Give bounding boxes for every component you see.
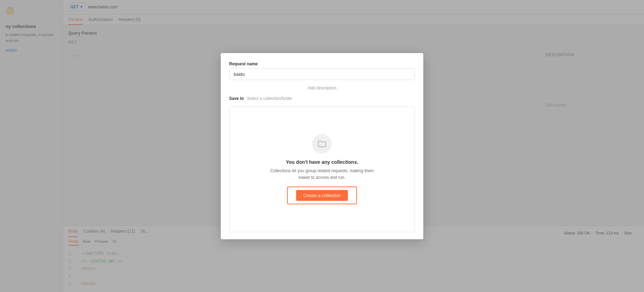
modal-body: Request name Add description Save to Sel… [221, 53, 423, 239]
empty-title: You don't have any collections. [286, 159, 358, 165]
add-description-button[interactable]: Add description [229, 86, 415, 90]
save-request-modal: Request name Add description Save to Sel… [221, 53, 423, 239]
folder-icon [317, 139, 327, 149]
collection-picker: You don't have any collections. Collecti… [229, 107, 415, 232]
save-to-select[interactable]: Select a collection/folder [247, 96, 292, 101]
modal-overlay: Request name Add description Save to Sel… [0, 0, 644, 292]
empty-desc: Collections let you group related reques… [270, 168, 374, 181]
request-name-input[interactable] [229, 68, 415, 80]
create-collection-button[interactable]: Create a collection [296, 190, 348, 201]
request-name-label: Request name [229, 61, 415, 66]
empty-icon-wrapper [312, 134, 332, 154]
create-collection-area: Create a collection [287, 187, 357, 204]
request-name-section: Request name [229, 61, 415, 80]
save-to-label: Save to [229, 96, 244, 101]
save-to-row: Save to Select a collection/folder [229, 96, 415, 101]
